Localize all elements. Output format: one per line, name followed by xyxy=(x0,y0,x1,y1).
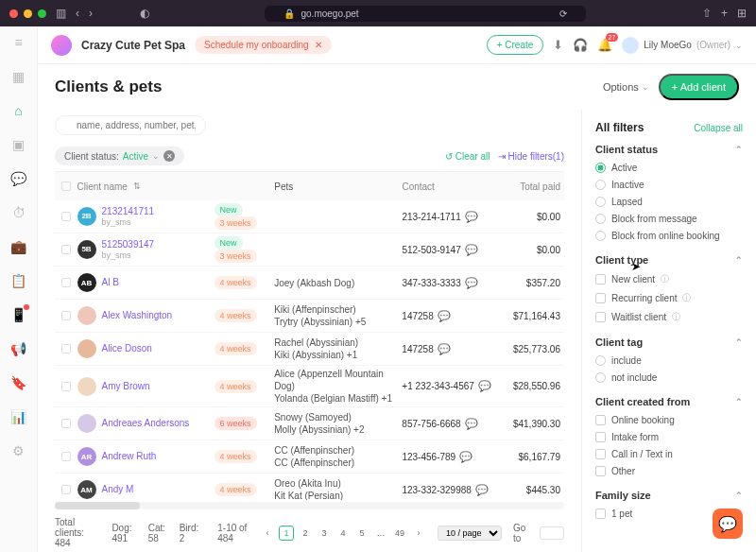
table-row[interactable]: 5B 5125039147by_sms New 3 weeks 512-503-… xyxy=(55,233,564,267)
page-2[interactable]: 2 xyxy=(298,526,313,541)
table-row[interactable]: AM Andy M 4 weeks Oreo (Akita Inu)Kit Ka… xyxy=(55,474,564,500)
radio[interactable] xyxy=(595,163,606,173)
info-icon[interactable]: ⓘ xyxy=(672,311,680,323)
sidebar-toggle-icon[interactable]: ▥ xyxy=(56,7,66,20)
bell-icon[interactable]: 🔔27 xyxy=(597,38,612,52)
client-name[interactable]: Andy M xyxy=(102,484,134,495)
refresh-icon[interactable]: ⟳ xyxy=(559,9,567,19)
checkbox[interactable] xyxy=(595,312,606,322)
radio[interactable] xyxy=(595,197,606,207)
settings-icon[interactable]: ⚙ xyxy=(10,442,27,459)
page-3[interactable]: 3 xyxy=(317,526,332,541)
checkbox[interactable] xyxy=(595,293,606,303)
close-window[interactable] xyxy=(9,9,18,18)
chat-fab[interactable]: 💬 xyxy=(713,509,743,539)
client-name[interactable]: Andreaes Andersons xyxy=(102,418,190,429)
client-name[interactable]: Amy Brown xyxy=(102,381,150,392)
page-next[interactable]: › xyxy=(411,526,426,541)
filter-option[interactable]: include xyxy=(595,355,743,366)
filter-option[interactable]: Other xyxy=(595,466,743,476)
message-icon[interactable]: 💬 xyxy=(465,418,478,430)
close-icon[interactable]: ✕ xyxy=(163,150,175,162)
filter-section-header[interactable]: Client tag⌃ xyxy=(595,336,743,348)
client-name[interactable]: Al B xyxy=(102,277,119,288)
close-icon[interactable]: ✕ xyxy=(315,40,322,50)
clock-icon[interactable]: ⏱ xyxy=(10,204,27,221)
download-icon[interactable]: ⬇ xyxy=(553,38,563,52)
table-row[interactable]: AR Andrew Ruth 4 weeks CC (Affenpinscher… xyxy=(55,440,564,474)
create-button[interactable]: + Create xyxy=(487,35,544,55)
checkbox[interactable] xyxy=(595,274,606,285)
filter-option[interactable]: Recurring client ⓘ xyxy=(595,292,743,304)
headset-icon[interactable]: 🎧 xyxy=(573,38,588,52)
inventory-icon[interactable]: ▣ xyxy=(10,136,27,153)
radio[interactable] xyxy=(595,180,606,190)
filter-option[interactable]: Block from online booking xyxy=(595,231,743,241)
message-icon[interactable]: 💬 xyxy=(475,484,489,496)
table-row[interactable]: Alice Doson 4 weeks Rachel (Abyssinian)K… xyxy=(55,333,564,366)
schedule-onboarding-chip[interactable]: Schedule my onboarding ✕ xyxy=(195,36,332,54)
message-icon[interactable]: 💬 xyxy=(465,244,478,256)
info-icon[interactable]: ⓘ xyxy=(682,292,691,304)
row-checkbox[interactable] xyxy=(61,311,71,320)
message-icon[interactable]: 💬 xyxy=(465,277,478,289)
filter-option[interactable]: Inactive xyxy=(595,180,743,190)
forward-icon[interactable]: › xyxy=(89,7,93,20)
info-icon[interactable]: ⓘ xyxy=(661,273,669,285)
table-row[interactable]: Alex Washington 4 weeks Kiki (Affenpinsc… xyxy=(55,300,564,333)
client-name[interactable]: Alex Washington xyxy=(102,310,173,321)
options-button[interactable]: Options⌄ xyxy=(603,81,649,93)
page-prev[interactable]: ‹ xyxy=(260,526,275,541)
chart-icon[interactable]: 📊 xyxy=(10,408,27,425)
row-checkbox[interactable] xyxy=(61,485,71,494)
checkbox[interactable] xyxy=(595,466,606,476)
page-5[interactable]: 5 xyxy=(354,526,369,541)
user-menu[interactable]: Lily MoeGo (Owner) ⌄ xyxy=(622,37,743,54)
message-icon[interactable]: 💬 xyxy=(478,380,491,392)
goto-input[interactable] xyxy=(540,526,564,540)
row-checkbox[interactable] xyxy=(61,212,71,221)
checkbox[interactable] xyxy=(595,509,606,519)
table-row[interactable]: 2B 2132141711by_sms New 3 weeks 213-214-… xyxy=(55,200,564,233)
filter-option[interactable]: Active xyxy=(595,163,743,173)
bookmark-icon[interactable]: 🔖 xyxy=(10,374,27,391)
back-icon[interactable]: ‹ xyxy=(76,7,79,20)
filter-section-header[interactable]: Family size⌃ xyxy=(595,490,743,501)
phone-icon[interactable]: 📱 xyxy=(10,306,27,323)
per-page-select[interactable]: 10 / page xyxy=(438,526,502,541)
radio[interactable] xyxy=(595,372,606,383)
share-icon[interactable]: ⇧ xyxy=(702,7,712,20)
table-row[interactable]: Andreaes Andersons 6 weeks Snowy (Samoye… xyxy=(55,407,564,440)
page-1[interactable]: 1 xyxy=(279,526,294,541)
message-icon[interactable]: 💬 xyxy=(438,343,451,355)
search-input[interactable] xyxy=(55,115,206,135)
filter-section-header[interactable]: Client created from⌃ xyxy=(595,396,743,407)
shield-icon[interactable]: ◐ xyxy=(140,7,149,20)
message-icon[interactable]: 💬 xyxy=(438,310,451,322)
minimize-window[interactable] xyxy=(24,9,32,18)
checkbox[interactable] xyxy=(595,415,606,425)
radio[interactable] xyxy=(595,355,606,366)
filter-option[interactable]: Call in / Text in xyxy=(595,449,743,459)
hide-filters-link[interactable]: ⇥ Hide filters(1) xyxy=(498,151,564,162)
radio[interactable] xyxy=(595,231,606,241)
checkbox[interactable] xyxy=(595,449,606,459)
megaphone-icon[interactable]: 📢 xyxy=(10,340,27,357)
radio[interactable] xyxy=(595,214,606,224)
add-client-button[interactable]: + Add client xyxy=(659,74,739,100)
filter-section-header[interactable]: Client status⌃ xyxy=(595,144,743,155)
table-row[interactable]: AB Al B 4 weeks Joey (Akbash Dog) 347-33… xyxy=(55,267,564,300)
client-name[interactable]: Alice Doson xyxy=(102,343,152,354)
tabs-icon[interactable]: ⊞ xyxy=(737,7,747,20)
row-checkbox[interactable] xyxy=(61,344,71,354)
select-all-checkbox[interactable] xyxy=(61,181,71,191)
client-name[interactable]: Andrew Ruth xyxy=(102,451,157,462)
clear-all-link[interactable]: ↺ Clear all xyxy=(445,151,490,162)
table-row[interactable]: Amy Brown 4 weeks Alice (Appenzell Mount… xyxy=(55,366,564,407)
briefcase-icon[interactable]: 💼 xyxy=(10,238,27,255)
client-name[interactable]: 2132141711 xyxy=(102,206,155,217)
row-checkbox[interactable] xyxy=(61,452,71,461)
chat-icon[interactable]: 💬 xyxy=(10,170,27,187)
message-icon[interactable]: 💬 xyxy=(459,451,472,463)
new-tab-icon[interactable]: + xyxy=(721,7,728,20)
